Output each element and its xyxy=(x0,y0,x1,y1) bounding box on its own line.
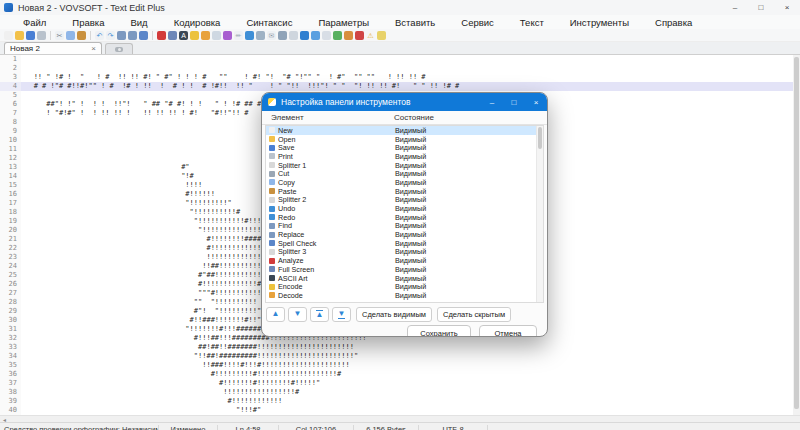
new-icon[interactable] xyxy=(4,31,13,40)
save-icon[interactable] xyxy=(26,31,35,40)
move-down-button[interactable]: ▼ xyxy=(288,307,307,322)
analyze-icon[interactable] xyxy=(157,31,166,40)
list-item-encode[interactable]: EncodeВидимый xyxy=(266,282,543,291)
list-item-ascii-art[interactable]: ASCII ArtВидимый xyxy=(266,274,543,283)
copy-icon[interactable] xyxy=(66,31,75,40)
move-to-top-button[interactable]: ▲ xyxy=(310,307,329,322)
go-to-icon[interactable] xyxy=(300,31,309,40)
notes-icon[interactable] xyxy=(377,31,386,40)
spell-check-icon[interactable] xyxy=(139,31,148,40)
tab-novaya-2[interactable]: Новая 2 × xyxy=(4,42,102,54)
make-visible-button[interactable]: Сделать видимым xyxy=(356,307,432,322)
editor-line[interactable]: 38 !!!!!!!!!!!!!!!!!# xyxy=(0,388,793,397)
list-item-copy[interactable]: CopyВидимый xyxy=(266,178,543,187)
move-up-button[interactable]: ▲ xyxy=(266,307,285,322)
list-scrollbar-thumb[interactable] xyxy=(538,127,542,149)
print-icon[interactable] xyxy=(37,31,46,40)
list-item-cut[interactable]: CutВидимый xyxy=(266,169,543,178)
menu-item-8[interactable]: Сервис xyxy=(448,17,507,28)
list-item-redo[interactable]: RedoВидимый xyxy=(266,213,543,222)
dialog-minimize-button[interactable]: – xyxy=(481,93,503,111)
editor-line[interactable]: 34 "!!##!#########!!!!!!!!!!!!!!!!!!!!!!… xyxy=(0,352,793,361)
open-icon[interactable] xyxy=(15,31,24,40)
editor-line[interactable]: 3 !! " !# ! " ! # !! !! #! " #" ! ! ! # … xyxy=(0,73,793,82)
make-hidden-button[interactable]: Сделать скрытым xyxy=(437,307,511,322)
insert-icon[interactable] xyxy=(212,31,221,40)
menu-item-2[interactable]: Правка xyxy=(59,17,117,28)
user-icon[interactable] xyxy=(333,31,342,40)
calendar-icon[interactable] xyxy=(355,31,364,40)
list-item-splitter-3[interactable]: Splitter 3Видимый xyxy=(266,248,543,257)
list-item-decode[interactable]: DecodeВидимый xyxy=(266,291,543,300)
undo-icon[interactable]: ↶ xyxy=(95,31,104,40)
print-preview-icon[interactable] xyxy=(289,31,298,40)
dialog-close-button[interactable]: × xyxy=(525,93,547,111)
toolbar-items-list[interactable]: NewВидимыйOpenВидимыйSaveВидимыйPrintВид… xyxy=(265,125,544,303)
editor-line[interactable]: 37 #!!!!!!!#!!!!!!!!#!!!!!" xyxy=(0,379,793,388)
list-item-analyze[interactable]: AnalyzeВидимый xyxy=(266,256,543,265)
sort-list-icon[interactable] xyxy=(278,31,287,40)
close-button[interactable]: × xyxy=(774,0,800,15)
list-item-full-screen[interactable]: Full ScreenВидимый xyxy=(266,265,543,274)
menu-item-9[interactable]: Текст xyxy=(507,17,557,28)
list-item-find[interactable]: FindВидимый xyxy=(266,222,543,231)
list-item-spell-check[interactable]: Spell CheckВидимый xyxy=(266,239,543,248)
list-item-open[interactable]: OpenВидимый xyxy=(266,135,543,144)
column-element[interactable]: Элемент xyxy=(271,113,304,122)
tab-close-icon[interactable]: × xyxy=(91,44,96,53)
menu-item-3[interactable]: Вид xyxy=(117,17,160,28)
warning-icon[interactable]: ⚠ xyxy=(366,31,375,40)
save-button[interactable]: Сохранить xyxy=(407,325,471,337)
decode-icon[interactable] xyxy=(201,31,210,40)
list-item-undo[interactable]: UndoВидимый xyxy=(266,204,543,213)
list-item-new[interactable]: NewВидимый xyxy=(266,126,543,135)
user-group-icon[interactable] xyxy=(344,31,353,40)
editor-line[interactable]: 2 xyxy=(0,64,793,73)
minimize-button[interactable]: – xyxy=(722,0,748,15)
editor-line[interactable]: 40 "!!!#" xyxy=(0,406,793,415)
dialog-maximize-button[interactable]: □ xyxy=(503,93,525,111)
scrollbar-thumb[interactable] xyxy=(794,57,799,409)
swap-lines-icon[interactable] xyxy=(311,31,320,40)
redo-icon[interactable]: ↷ xyxy=(106,31,115,40)
colors-icon[interactable] xyxy=(223,31,232,40)
list-item-paste[interactable]: PasteВидимый xyxy=(266,187,543,196)
new-tab-button[interactable] xyxy=(105,43,133,54)
clipboard-icon[interactable] xyxy=(322,31,331,40)
column-state[interactable]: Состояние xyxy=(394,113,434,122)
menu-item-11[interactable]: Справка xyxy=(642,17,705,28)
ascii-art-icon[interactable]: A xyxy=(179,31,188,40)
move-to-bottom-button[interactable]: ▼ xyxy=(332,307,351,322)
full-screen-icon[interactable] xyxy=(168,31,177,40)
list-item-splitter-1[interactable]: Splitter 1Видимый xyxy=(266,161,543,170)
editor-vertical-scrollbar[interactable] xyxy=(793,55,800,415)
editor-line[interactable]: 35 !!###!!!!#!!!#!!!!!!!!!!!!!!!!!!!!! xyxy=(0,361,793,370)
menu-item-7[interactable]: Вставить xyxy=(382,17,448,28)
list-scrollbar[interactable] xyxy=(536,126,543,302)
pencil-icon[interactable]: ✏ xyxy=(234,31,243,40)
cancel-button[interactable]: Отмена xyxy=(479,325,537,337)
encode-icon[interactable] xyxy=(190,31,199,40)
menu-item-6[interactable]: Параметры xyxy=(305,17,382,28)
editor-line[interactable]: 33 ##!##!!#######!!!!!!!!!!!!!!!!!!!!!!! xyxy=(0,343,793,352)
menu-item-10[interactable]: Инструменты xyxy=(557,17,642,28)
list-item-splitter-2[interactable]: Splitter 2Видимый xyxy=(266,196,543,205)
menu-item-1[interactable]: Файл xyxy=(10,17,59,28)
menu-item-4[interactable]: Кодировка xyxy=(161,17,234,28)
find-icon[interactable] xyxy=(117,31,126,40)
paste-icon[interactable] xyxy=(77,31,86,40)
editor-line[interactable]: 39 #!!!!!!!!!!!! xyxy=(0,397,793,406)
menu-item-5[interactable]: Синтаксис xyxy=(233,17,305,28)
cut-icon[interactable]: ✂ xyxy=(55,31,64,40)
email-icon[interactable]: ✉ xyxy=(267,31,276,40)
filter-icon[interactable] xyxy=(245,31,254,40)
editor-line[interactable]: 4 # # !"# #!!#!"" ! # !# ! !! ! # ! ! # … xyxy=(0,82,793,91)
list-item-replace[interactable]: ReplaceВидимый xyxy=(266,230,543,239)
editor-line[interactable]: 36 #!!!!!!!!!#!!!!!!!!!!!!!!!!!!!# xyxy=(0,370,793,379)
maximize-button[interactable]: □ xyxy=(748,0,774,15)
replace-icon[interactable] xyxy=(128,31,137,40)
editor-line[interactable]: 1 xyxy=(0,55,793,64)
list-item-save[interactable]: SaveВидимый xyxy=(266,143,543,152)
list-item-print[interactable]: PrintВидимый xyxy=(266,152,543,161)
table-icon[interactable] xyxy=(256,31,265,40)
